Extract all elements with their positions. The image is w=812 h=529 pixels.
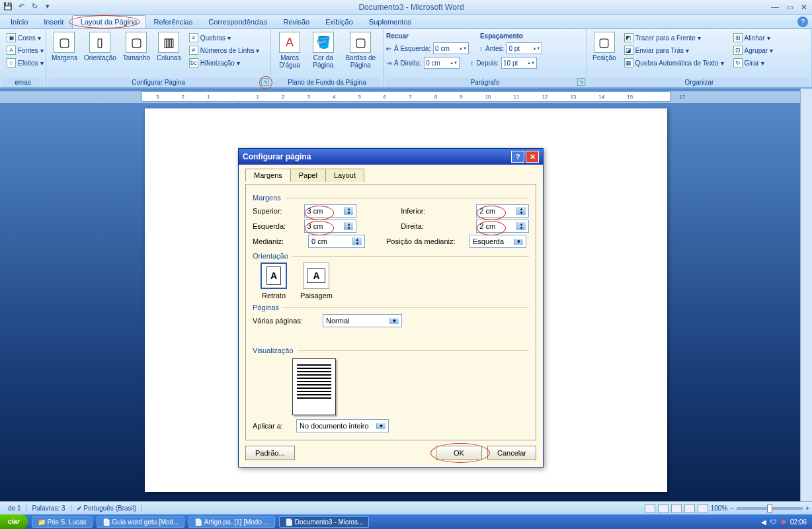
hifenizacao-button[interactable]: bcHifenização ▾ bbox=[186, 57, 263, 69]
minimize-button[interactable]: — bbox=[770, 3, 780, 12]
tab-referencias[interactable]: Referências bbox=[146, 16, 201, 28]
quebras-button[interactable]: ≡Quebras ▾ bbox=[186, 32, 263, 44]
tab-suplementos[interactable]: Suplementos bbox=[361, 16, 419, 28]
taskbar-item[interactable]: 📄 Guia word getu [Mod... bbox=[97, 516, 185, 528]
esquerda-label: Esquerda: bbox=[253, 222, 300, 230]
view-web-button[interactable] bbox=[671, 504, 682, 513]
aplicar-a-select[interactable]: No documento inteiro▼ bbox=[296, 419, 389, 432]
window-buttons: — ▭ ✕ bbox=[770, 3, 809, 12]
view-print-layout-button[interactable] bbox=[645, 504, 655, 513]
paisagem-button[interactable]: A Paisagem bbox=[300, 263, 333, 300]
clock[interactable]: 02:06 bbox=[790, 518, 807, 526]
tab-layout-pagina[interactable]: Layout da Página bbox=[72, 15, 146, 28]
space-before-input[interactable]: 0 pt▲▼ bbox=[507, 42, 542, 54]
taskbar-item[interactable]: 📁 Pós S. Lucas bbox=[32, 516, 93, 528]
fontes-button[interactable]: AFontes ▾ bbox=[4, 44, 46, 56]
quebra-texto-button[interactable]: ▦Quebra Automática de Texto ▾ bbox=[622, 57, 727, 69]
bordas-pagina-button[interactable]: ▢Bordas de Página bbox=[341, 30, 380, 70]
system-tray[interactable]: ◀ 🛡 ✱ 02:06 bbox=[756, 518, 812, 526]
vertical-scrollbar[interactable] bbox=[800, 89, 812, 501]
redo-icon[interactable]: ↻ bbox=[29, 2, 40, 13]
alinhar-button[interactable]: ⊞Alinhar ▾ bbox=[731, 32, 776, 44]
status-language[interactable]: ✔ Português (Brasil) bbox=[71, 505, 143, 512]
colunas-button[interactable]: ▥Colunas bbox=[154, 30, 184, 63]
qat-dropdown-icon[interactable]: ▾ bbox=[42, 2, 53, 13]
superior-input[interactable]: 3 cm▲▼ bbox=[304, 204, 357, 218]
dialog-launcher-icon[interactable]: ↘ bbox=[577, 78, 585, 86]
tamanho-button[interactable]: ▢Tamanho bbox=[120, 30, 153, 63]
start-button[interactable]: ciar bbox=[0, 514, 28, 529]
ok-button[interactable]: OK bbox=[436, 446, 482, 460]
tab-revisao[interactable]: Revisão bbox=[275, 16, 317, 28]
girar-button[interactable]: ↻Girar ▾ bbox=[731, 57, 776, 69]
taskbar-item[interactable]: 📄 Artigo pa..[1] [Modo ... bbox=[188, 516, 275, 528]
dialog-tab-margens[interactable]: Margens bbox=[245, 169, 291, 182]
inferior-label: Inferior: bbox=[401, 207, 472, 215]
indent-right-icon: ⇥ bbox=[386, 60, 391, 67]
save-icon[interactable]: 💾 bbox=[3, 2, 13, 13]
enviar-tras-button[interactable]: ◪Enviar para Trás ▾ bbox=[622, 44, 727, 56]
trazer-frente-button[interactable]: ◩Trazer para a Frente ▾ bbox=[622, 32, 727, 44]
zoom-level[interactable]: 100% bbox=[711, 505, 728, 512]
efeitos-button[interactable]: ○Efeitos ▾ bbox=[4, 57, 46, 69]
posicao-button[interactable]: ▢Posição bbox=[590, 30, 619, 63]
padrao-button[interactable]: Padrão... bbox=[245, 446, 295, 460]
tray-icon[interactable]: ◀ bbox=[761, 518, 766, 526]
colors-icon: ▣ bbox=[7, 33, 16, 42]
agrupar-button[interactable]: ⊡Agrupar ▾ bbox=[731, 44, 776, 56]
marca-dagua-button[interactable]: AMarca D'água bbox=[274, 30, 305, 70]
tab-inicio[interactable]: Início bbox=[3, 16, 36, 28]
close-button[interactable]: ✕ bbox=[799, 3, 809, 12]
zoom-out-button[interactable]: − bbox=[730, 505, 734, 512]
zoom-slider[interactable] bbox=[737, 507, 803, 510]
tab-correspondencias[interactable]: Correspondências bbox=[200, 16, 275, 28]
dialog-close-button[interactable]: ✕ bbox=[526, 151, 539, 163]
zoom-in-button[interactable]: + bbox=[805, 505, 809, 512]
cancelar-button[interactable]: Cancelar bbox=[487, 446, 536, 460]
group-icon: ⊡ bbox=[733, 46, 743, 55]
indent-left-input[interactable]: 0 cm▲▼ bbox=[433, 42, 469, 54]
horizontal-ruler[interactable]: 321·123456789101112131415·17 bbox=[142, 91, 670, 102]
view-draft-button[interactable] bbox=[698, 504, 708, 513]
indent-right-input[interactable]: 0 cm▲▼ bbox=[424, 57, 460, 69]
visualizacao-section-label: Visualização bbox=[253, 346, 529, 354]
varias-paginas-select[interactable]: Normal▼ bbox=[323, 314, 402, 327]
dialog-help-button[interactable]: ? bbox=[511, 151, 524, 163]
space-after-input[interactable]: 10 pt▲▼ bbox=[501, 57, 537, 69]
inferior-input[interactable]: 2 cm▲▼ bbox=[476, 204, 529, 218]
cores-button[interactable]: ▣Cores ▾ bbox=[4, 32, 46, 44]
direita-input[interactable]: 2 cm▲▼ bbox=[476, 220, 529, 233]
dialog-tabs: Margens Papel Layout bbox=[245, 169, 536, 182]
window-title: Documento3 - Microsoft Word bbox=[53, 3, 770, 12]
tray-icon[interactable]: ✱ bbox=[781, 518, 786, 526]
tray-icon[interactable]: 🛡 bbox=[770, 518, 777, 526]
pos-medianiz-select[interactable]: Esquerda▼ bbox=[469, 235, 526, 248]
group-label: Configurar Página bbox=[49, 78, 268, 87]
view-full-screen-button[interactable] bbox=[658, 504, 669, 513]
retrato-button[interactable]: A Retrato bbox=[261, 263, 287, 300]
maximize-button[interactable]: ▭ bbox=[784, 3, 795, 12]
tab-exibicao[interactable]: Exibição bbox=[317, 16, 361, 28]
tab-inserir[interactable]: Inserir bbox=[36, 16, 72, 28]
dialog-title-bar[interactable]: Configurar página ? ✕ bbox=[239, 149, 543, 165]
undo-icon[interactable]: ↶ bbox=[16, 2, 26, 13]
varias-paginas-label: Várias páginas: bbox=[253, 317, 319, 325]
view-outline-button[interactable] bbox=[684, 504, 695, 513]
taskbar-item[interactable]: 📄 Documento3 - Micros... bbox=[279, 516, 369, 528]
orientacao-button[interactable]: ▯Orientação bbox=[81, 30, 119, 63]
title-bar: 💾 ↶ ↻ ▾ Documento3 - Microsoft Word — ▭ … bbox=[0, 0, 812, 15]
esquerda-input[interactable]: 3 cm▲▼ bbox=[304, 220, 357, 233]
numeros-linha-button[interactable]: #Números de Linha ▾ bbox=[186, 44, 263, 56]
dialog-launcher-icon[interactable]: ↘ bbox=[261, 78, 269, 86]
bring-front-icon: ◩ bbox=[624, 33, 633, 42]
margens-button[interactable]: ▢Margens bbox=[49, 30, 80, 63]
dialog-tab-papel[interactable]: Papel bbox=[290, 169, 326, 182]
landscape-icon: A bbox=[303, 263, 329, 289]
quick-access-toolbar: 💾 ↶ ↻ ▾ bbox=[3, 2, 53, 13]
status-words[interactable]: Palavras: 3 bbox=[26, 505, 71, 512]
portrait-icon: A bbox=[261, 263, 287, 289]
dialog-tab-layout[interactable]: Layout bbox=[325, 169, 364, 182]
medianiz-input[interactable]: 0 cm▲▼ bbox=[308, 235, 365, 248]
help-icon[interactable]: ? bbox=[797, 17, 808, 27]
cor-pagina-button[interactable]: 🪣Cor da Página bbox=[307, 30, 339, 70]
